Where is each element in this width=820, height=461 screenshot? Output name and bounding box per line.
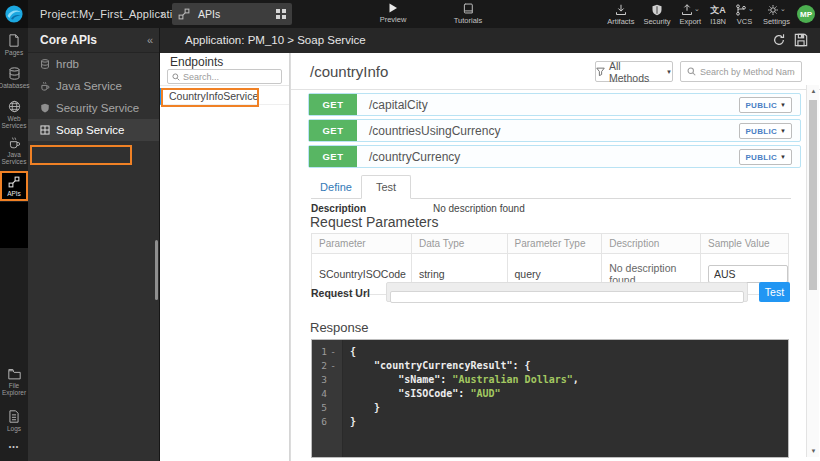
request-parameters-title: Request Parameters bbox=[310, 214, 438, 230]
scroll-up-arrow[interactable]: ▲ bbox=[807, 88, 820, 94]
description-value: No description found bbox=[433, 203, 525, 214]
code-line: } bbox=[350, 415, 788, 429]
caret-down-icon: ▼ bbox=[666, 69, 672, 75]
more-options-button[interactable]: ••• bbox=[0, 443, 28, 450]
sidebar-item-pages[interactable]: Pages bbox=[0, 34, 28, 56]
top-bar: Project:My_First_Application › APIs Prev… bbox=[0, 0, 820, 28]
editor-gutter: 1- 2- 3 4 5 6 bbox=[312, 340, 343, 457]
endpoints-search[interactable] bbox=[167, 69, 282, 84]
sidebar-item-databases[interactable]: Databases bbox=[0, 67, 28, 89]
http-verb-badge: GET bbox=[309, 146, 357, 167]
tutorials-label: Tutorials bbox=[454, 16, 482, 25]
fold-marker-icon[interactable]: - bbox=[327, 345, 339, 359]
methods-filter-label: All Methods bbox=[609, 60, 662, 84]
detail-tabs: Define Test bbox=[311, 175, 791, 199]
http-verb-badge: GET bbox=[309, 120, 357, 141]
access-dropdown[interactable]: PUBLIC ▼ bbox=[739, 97, 792, 113]
globe-icon bbox=[8, 100, 21, 113]
core-apis-panel: Core APIs « hrdb Java Service Security S… bbox=[28, 28, 160, 461]
response-code-editor[interactable]: 1- 2- 3 4 5 6 { "countryCurrencyResult":… bbox=[311, 339, 789, 458]
sidebar-spacer bbox=[0, 202, 28, 248]
sidebar-item-file-explorer[interactable]: File Explorer bbox=[0, 368, 28, 396]
sample-value-input[interactable] bbox=[708, 265, 788, 283]
code-line: { bbox=[350, 345, 788, 359]
save-icon bbox=[794, 33, 808, 47]
export-label: Export bbox=[679, 17, 701, 26]
access-dropdown[interactable]: PUBLIC ▼ bbox=[739, 149, 792, 165]
service-item-java-service[interactable]: Java Service bbox=[28, 75, 159, 97]
wavemaker-logo-icon bbox=[4, 4, 24, 24]
sidebar-item-logs[interactable]: Logs bbox=[0, 410, 28, 432]
sidebar-item-web-services[interactable]: Web Services bbox=[0, 100, 28, 129]
book-icon bbox=[463, 3, 474, 14]
topbar-tools: Artifacts Security ⌄ Export 文A I18 bbox=[607, 0, 790, 28]
method-row-capitalcity[interactable]: GET /capitalCity PUBLIC ▼ bbox=[308, 93, 801, 116]
method-path: /countryCurrency bbox=[369, 150, 460, 164]
code-line: "countryCurrencyResult": { bbox=[350, 359, 788, 373]
export-button[interactable]: ⌄ Export bbox=[679, 3, 701, 26]
save-button[interactable] bbox=[794, 33, 808, 47]
scroll-down-arrow[interactable]: ▼ bbox=[807, 448, 820, 454]
response-title: Response bbox=[310, 320, 369, 335]
caret-down-icon: ▼ bbox=[780, 128, 786, 134]
i18n-label: I18N bbox=[710, 17, 726, 26]
artifacts-button[interactable]: Artifacts bbox=[607, 3, 634, 26]
endpoints-search-input[interactable] bbox=[183, 72, 277, 82]
access-dropdown[interactable]: PUBLIC ▼ bbox=[739, 123, 792, 139]
security-button[interactable]: Security bbox=[643, 3, 670, 26]
log-file-icon bbox=[8, 410, 20, 423]
i18n-icon: 文A bbox=[710, 4, 726, 16]
user-avatar[interactable]: MP bbox=[797, 5, 815, 23]
coffee-icon bbox=[8, 136, 21, 149]
chevron-down-icon: ⌄ bbox=[748, 4, 754, 14]
method-search[interactable] bbox=[680, 61, 802, 82]
service-header: /countryInfo All Methods ▼ bbox=[291, 53, 820, 90]
tutorials-button[interactable]: Tutorials bbox=[448, 3, 488, 25]
collapse-panel-icon[interactable]: « bbox=[147, 34, 153, 46]
highlight-outline bbox=[30, 145, 132, 165]
vcs-label: VCS bbox=[737, 17, 752, 26]
tab-define[interactable]: Define bbox=[311, 175, 361, 199]
app-logo[interactable] bbox=[0, 0, 28, 28]
method-row-countrycurrency[interactable]: GET /countryCurrency PUBLIC ▼ bbox=[308, 145, 801, 168]
endpoints-header: Endpoints bbox=[160, 53, 289, 86]
method-search-input[interactable] bbox=[700, 67, 795, 77]
http-verb-badge: GET bbox=[309, 94, 357, 115]
tab-test[interactable]: Test bbox=[361, 175, 411, 199]
table-header-row: Parameter Data Type Parameter Type Descr… bbox=[312, 234, 789, 254]
col-sample-value: Sample Value bbox=[701, 234, 789, 254]
col-parameter: Parameter bbox=[312, 234, 412, 254]
method-row-countriesusingcurrency[interactable]: GET /countriesUsingCurrency PUBLIC ▼ bbox=[308, 119, 801, 142]
test-button[interactable]: Test bbox=[759, 282, 790, 302]
endpoint-item-countryinfoservice[interactable]: CountryInfoService bbox=[160, 88, 289, 105]
api-icon bbox=[8, 176, 20, 188]
page-icon bbox=[8, 34, 20, 47]
service-item-soap-service[interactable]: Soap Service bbox=[28, 119, 159, 141]
method-path: /capitalCity bbox=[369, 98, 428, 112]
sidebar-item-apis[interactable]: APIs bbox=[0, 171, 28, 201]
left-icon-sidebar: Pages Databases Web Services Java Servic… bbox=[0, 28, 28, 461]
fold-marker-icon[interactable]: - bbox=[327, 359, 339, 373]
endpoints-panel: Endpoints CountryInfoService bbox=[160, 53, 290, 461]
refresh-icon bbox=[772, 33, 786, 47]
scrollbar-thumb[interactable] bbox=[809, 100, 817, 290]
request-url-input[interactable] bbox=[390, 291, 744, 303]
preview-button[interactable]: Preview bbox=[375, 3, 411, 24]
tab-apis[interactable]: APIs bbox=[172, 3, 292, 25]
main-scrollbar[interactable]: ▲ ▼ bbox=[806, 85, 819, 457]
chevron-right-icon: › bbox=[160, 0, 164, 28]
request-url-field bbox=[386, 282, 748, 302]
service-item-hrdb[interactable]: hrdb bbox=[28, 53, 159, 75]
shield-icon bbox=[40, 103, 50, 113]
database-icon bbox=[8, 67, 21, 80]
service-item-security-service[interactable]: Security Service bbox=[28, 97, 159, 119]
grid-icon[interactable] bbox=[276, 9, 286, 19]
sidebar-item-java-services[interactable]: Java Services bbox=[0, 136, 28, 165]
methods-filter-dropdown[interactable]: All Methods ▼ bbox=[595, 61, 673, 82]
settings-button[interactable]: ⌄ Settings bbox=[763, 3, 790, 26]
col-data-type: Data Type bbox=[411, 234, 507, 254]
i18n-button[interactable]: 文A I18N bbox=[710, 3, 726, 26]
panel-scrollbar-thumb[interactable] bbox=[155, 240, 158, 300]
vcs-button[interactable]: ⌄ VCS bbox=[735, 3, 754, 26]
refresh-button[interactable] bbox=[772, 33, 786, 47]
